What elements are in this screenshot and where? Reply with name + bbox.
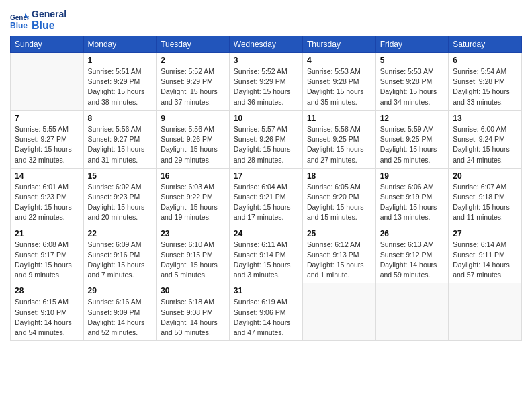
- day-info: Sunrise: 5:52 AM Sunset: 9:29 PM Dayligh…: [161, 66, 225, 107]
- calendar-cell: 8Sunrise: 5:56 AM Sunset: 9:27 PM Daylig…: [83, 110, 157, 168]
- day-header-friday: Friday: [375, 36, 449, 52]
- day-number: 2: [161, 56, 225, 65]
- calendar-cell: 4Sunrise: 5:53 AM Sunset: 9:28 PM Daylig…: [302, 52, 375, 110]
- day-info: Sunrise: 6:05 AM Sunset: 9:20 PM Dayligh…: [307, 182, 371, 223]
- calendar-cell: 12Sunrise: 5:59 AM Sunset: 9:25 PM Dayli…: [375, 110, 449, 168]
- day-info: Sunrise: 6:00 AM Sunset: 9:24 PM Dayligh…: [453, 124, 517, 165]
- calendar-cell: 21Sunrise: 6:08 AM Sunset: 9:17 PM Dayli…: [11, 226, 84, 283]
- day-header-thursday: Thursday: [302, 36, 375, 52]
- day-info: Sunrise: 6:04 AM Sunset: 9:21 PM Dayligh…: [234, 182, 298, 223]
- calendar-cell: 24Sunrise: 6:11 AM Sunset: 9:14 PM Dayli…: [229, 226, 302, 283]
- logo-general: General: [32, 9, 66, 19]
- day-info: Sunrise: 6:18 AM Sunset: 9:08 PM Dayligh…: [161, 297, 225, 338]
- day-number: 30: [161, 286, 225, 295]
- day-header-saturday: Saturday: [449, 36, 522, 52]
- day-info: Sunrise: 5:52 AM Sunset: 9:29 PM Dayligh…: [234, 66, 298, 107]
- logo: General Blue General Blue: [10, 7, 66, 32]
- day-number: 22: [88, 229, 152, 238]
- day-info: Sunrise: 5:58 AM Sunset: 9:25 PM Dayligh…: [307, 124, 371, 165]
- day-info: Sunrise: 6:14 AM Sunset: 9:11 PM Dayligh…: [453, 240, 517, 281]
- calendar-cell: 10Sunrise: 5:57 AM Sunset: 9:26 PM Dayli…: [229, 110, 302, 168]
- calendar-header-row: SundayMondayTuesdayWednesdayThursdayFrid…: [11, 36, 522, 52]
- calendar-cell: 29Sunrise: 6:16 AM Sunset: 9:09 PM Dayli…: [83, 283, 157, 341]
- day-info: Sunrise: 5:54 AM Sunset: 9:28 PM Dayligh…: [453, 66, 517, 107]
- calendar-cell: 17Sunrise: 6:04 AM Sunset: 9:21 PM Dayli…: [229, 168, 302, 226]
- calendar-cell: 2Sunrise: 5:52 AM Sunset: 9:29 PM Daylig…: [157, 52, 230, 110]
- calendar-cell: 14Sunrise: 6:01 AM Sunset: 9:23 PM Dayli…: [11, 168, 84, 226]
- calendar-cell: 25Sunrise: 6:12 AM Sunset: 9:13 PM Dayli…: [302, 226, 375, 283]
- calendar-cell: [375, 283, 449, 341]
- day-number: 1: [88, 56, 152, 65]
- day-number: 5: [380, 56, 445, 65]
- day-number: 19: [380, 171, 445, 181]
- day-info: Sunrise: 6:11 AM Sunset: 9:14 PM Dayligh…: [234, 240, 298, 281]
- calendar-cell: 13Sunrise: 6:00 AM Sunset: 9:24 PM Dayli…: [449, 110, 522, 168]
- calendar-cell: 30Sunrise: 6:18 AM Sunset: 9:08 PM Dayli…: [157, 283, 230, 341]
- day-number: 10: [234, 113, 298, 123]
- day-number: 18: [307, 171, 371, 181]
- calendar-week-row: 1Sunrise: 5:51 AM Sunset: 9:29 PM Daylig…: [11, 52, 522, 110]
- day-info: Sunrise: 6:01 AM Sunset: 9:23 PM Dayligh…: [15, 182, 79, 223]
- day-number: 31: [234, 286, 298, 295]
- calendar-cell: 28Sunrise: 6:15 AM Sunset: 9:10 PM Dayli…: [11, 283, 84, 341]
- day-info: Sunrise: 5:56 AM Sunset: 9:26 PM Dayligh…: [161, 124, 225, 165]
- day-info: Sunrise: 5:56 AM Sunset: 9:27 PM Dayligh…: [88, 124, 152, 165]
- day-info: Sunrise: 6:06 AM Sunset: 9:19 PM Dayligh…: [380, 182, 445, 223]
- day-number: 12: [380, 113, 445, 123]
- day-number: 21: [15, 229, 79, 238]
- page-header: General Blue General Blue: [10, 7, 522, 32]
- day-number: 9: [161, 113, 225, 123]
- day-info: Sunrise: 6:13 AM Sunset: 9:12 PM Dayligh…: [380, 240, 445, 281]
- day-header-wednesday: Wednesday: [229, 36, 302, 52]
- day-number: 11: [307, 113, 371, 123]
- day-number: 24: [234, 229, 298, 238]
- day-info: Sunrise: 5:53 AM Sunset: 9:28 PM Dayligh…: [307, 66, 371, 107]
- day-info: Sunrise: 6:09 AM Sunset: 9:16 PM Dayligh…: [88, 240, 152, 281]
- day-number: 3: [234, 56, 298, 65]
- day-info: Sunrise: 6:08 AM Sunset: 9:17 PM Dayligh…: [15, 240, 79, 281]
- calendar-cell: 22Sunrise: 6:09 AM Sunset: 9:16 PM Dayli…: [83, 226, 157, 283]
- day-number: 6: [453, 56, 517, 65]
- calendar-cell: 16Sunrise: 6:03 AM Sunset: 9:22 PM Dayli…: [157, 168, 230, 226]
- day-number: 29: [88, 286, 152, 295]
- day-info: Sunrise: 6:10 AM Sunset: 9:15 PM Dayligh…: [161, 240, 225, 281]
- calendar-cell: 5Sunrise: 5:53 AM Sunset: 9:28 PM Daylig…: [375, 52, 449, 110]
- calendar-week-row: 28Sunrise: 6:15 AM Sunset: 9:10 PM Dayli…: [11, 283, 522, 341]
- calendar-cell: 19Sunrise: 6:06 AM Sunset: 9:19 PM Dayli…: [375, 168, 449, 226]
- day-info: Sunrise: 5:53 AM Sunset: 9:28 PM Dayligh…: [380, 66, 445, 107]
- calendar-cell: [449, 283, 522, 341]
- day-number: 13: [453, 113, 517, 123]
- calendar-cell: 7Sunrise: 5:55 AM Sunset: 9:27 PM Daylig…: [11, 110, 84, 168]
- calendar-cell: 20Sunrise: 6:07 AM Sunset: 9:18 PM Dayli…: [449, 168, 522, 226]
- day-number: 20: [453, 171, 517, 181]
- day-number: 7: [15, 113, 79, 123]
- calendar-week-row: 21Sunrise: 6:08 AM Sunset: 9:17 PM Dayli…: [11, 226, 522, 283]
- calendar-week-row: 14Sunrise: 6:01 AM Sunset: 9:23 PM Dayli…: [11, 168, 522, 226]
- calendar-cell: 11Sunrise: 5:58 AM Sunset: 9:25 PM Dayli…: [302, 110, 375, 168]
- calendar-cell: 31Sunrise: 6:19 AM Sunset: 9:06 PM Dayli…: [229, 283, 302, 341]
- calendar-week-row: 7Sunrise: 5:55 AM Sunset: 9:27 PM Daylig…: [11, 110, 522, 168]
- calendar-cell: 3Sunrise: 5:52 AM Sunset: 9:29 PM Daylig…: [229, 52, 302, 110]
- day-info: Sunrise: 6:07 AM Sunset: 9:18 PM Dayligh…: [453, 182, 517, 223]
- day-number: 28: [15, 286, 79, 295]
- day-info: Sunrise: 6:12 AM Sunset: 9:13 PM Dayligh…: [307, 240, 371, 281]
- day-number: 16: [161, 171, 225, 181]
- calendar-cell: 9Sunrise: 5:56 AM Sunset: 9:26 PM Daylig…: [157, 110, 230, 168]
- logo-blue: Blue: [32, 19, 66, 32]
- day-number: 27: [453, 229, 517, 238]
- day-header-sunday: Sunday: [11, 36, 84, 52]
- svg-text:Blue: Blue: [10, 21, 28, 30]
- day-number: 14: [15, 171, 79, 181]
- calendar-cell: [302, 283, 375, 341]
- calendar-cell: 27Sunrise: 6:14 AM Sunset: 9:11 PM Dayli…: [449, 226, 522, 283]
- day-number: 25: [307, 229, 371, 238]
- day-info: Sunrise: 5:55 AM Sunset: 9:27 PM Dayligh…: [15, 124, 79, 165]
- calendar-cell: 26Sunrise: 6:13 AM Sunset: 9:12 PM Dayli…: [375, 226, 449, 283]
- day-number: 23: [161, 229, 225, 238]
- day-info: Sunrise: 6:02 AM Sunset: 9:23 PM Dayligh…: [88, 182, 152, 223]
- day-number: 8: [88, 113, 152, 123]
- day-info: Sunrise: 6:19 AM Sunset: 9:06 PM Dayligh…: [234, 297, 298, 338]
- calendar-cell: 6Sunrise: 5:54 AM Sunset: 9:28 PM Daylig…: [449, 52, 522, 110]
- day-info: Sunrise: 6:15 AM Sunset: 9:10 PM Dayligh…: [15, 297, 79, 338]
- day-info: Sunrise: 5:51 AM Sunset: 9:29 PM Dayligh…: [88, 66, 152, 107]
